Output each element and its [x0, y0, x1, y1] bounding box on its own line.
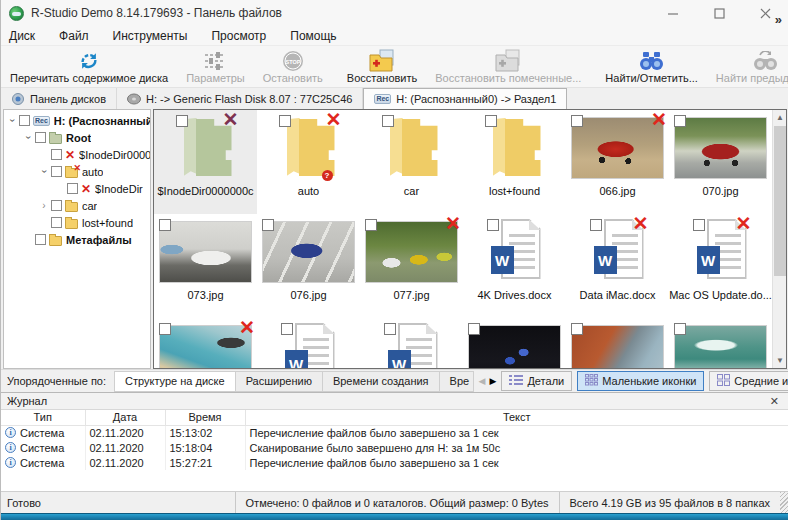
log-row-2[interactable]: iСистема02.11.202015:18:04Сканирование б…: [1, 440, 788, 455]
menu-item-5[interactable]: Помощь: [290, 27, 346, 45]
toolbar-button-binoculars-blue[interactable]: Найти/Отметить...: [596, 46, 706, 87]
file-item-1[interactable]: ✕$InodeDir0000000c: [154, 110, 257, 214]
tree-expand-icon[interactable]: ›: [7, 115, 18, 127]
file-checkbox[interactable]: [262, 219, 274, 231]
view-button-details[interactable]: Детали: [501, 371, 572, 391]
file-checkbox[interactable]: [487, 219, 499, 231]
tree-expand-icon[interactable]: ›: [39, 166, 50, 178]
scroll-up-arrow-icon[interactable]: ▲: [773, 110, 787, 125]
file-item-3[interactable]: car: [360, 110, 463, 214]
file-checkbox[interactable]: [159, 323, 171, 335]
file-checkbox[interactable]: [590, 219, 602, 231]
file-checkbox[interactable]: [693, 219, 705, 231]
file-checkbox[interactable]: [674, 115, 686, 127]
tree-checkbox[interactable]: [35, 132, 46, 143]
sort-tab-4[interactable]: Вре: [440, 371, 474, 392]
file-checkbox[interactable]: [281, 323, 293, 335]
tree-expand-icon[interactable]: ›: [38, 200, 50, 211]
tree-checkbox[interactable]: [51, 200, 62, 211]
file-checkbox[interactable]: [485, 115, 497, 127]
minimize-button[interactable]: [650, 0, 696, 26]
file-item-4[interactable]: lost+found: [463, 110, 566, 214]
file-item-5[interactable]: ✕066.jpg: [566, 110, 669, 214]
doc-tab-3[interactable]: RecH: (Распознанный0) -> Раздел1: [363, 88, 567, 109]
file-checkbox[interactable]: [159, 219, 171, 231]
file-item-14[interactable]: W: [257, 318, 360, 369]
recover-folder-icon: [369, 49, 395, 72]
resize-grip[interactable]: [780, 492, 788, 513]
file-item-7[interactable]: 073.jpg: [154, 214, 257, 318]
tree-checkbox[interactable]: [67, 183, 78, 194]
tree-item-1[interactable]: ›RecH: (Распознанный0): [4, 112, 150, 129]
file-checkbox[interactable]: [382, 115, 394, 127]
maximize-button[interactable]: [696, 0, 742, 26]
toolbar-overflow-chevron[interactable]: »: [775, 12, 782, 27]
tree-checkbox[interactable]: [35, 234, 46, 245]
sort-tab-3[interactable]: Времени создания: [323, 371, 440, 392]
file-checkbox[interactable]: [571, 323, 583, 335]
doc-tab-2[interactable]: H: -> Generic Flash Disk 8.07 : 77C25C46: [117, 88, 363, 109]
log-column-header-1[interactable]: Тип: [1, 410, 85, 425]
sort-tab-1[interactable]: Структуре на диске: [114, 371, 236, 392]
log-column-header-3[interactable]: Время: [165, 410, 245, 425]
file-item-11[interactable]: W✕Data iMac.docx: [566, 214, 669, 318]
file-item-2[interactable]: ✕?auto: [257, 110, 360, 214]
tab-scroll-left-icon[interactable]: ◀: [477, 376, 488, 386]
toolbar-button-binoculars-prev[interactable]: Найти предыдущее: [707, 46, 788, 87]
file-checkbox[interactable]: [365, 219, 377, 231]
log-close-icon[interactable]: ✕: [767, 395, 782, 408]
info-icon: i: [5, 427, 16, 438]
tree-item-6[interactable]: ›car: [4, 197, 150, 214]
file-item-15[interactable]: W: [360, 318, 463, 369]
toolbar-button-recover-marked[interactable]: Восстановить помеченные...: [426, 46, 590, 87]
view-button-medium-icons[interactable]: Средние иконки: [709, 371, 788, 391]
tab-scroll-right-icon[interactable]: ▶: [488, 376, 499, 386]
log-row-3[interactable]: iСистема02.11.202015:27:21Перечисление ф…: [1, 455, 788, 470]
tree-item-8[interactable]: Метафайлы: [4, 231, 150, 248]
file-item-12[interactable]: W✕Mac OS Update.do...: [669, 214, 772, 318]
file-item-9[interactable]: ✕077.jpg: [360, 214, 463, 318]
scrollbar-thumb[interactable]: [774, 126, 786, 276]
file-item-8[interactable]: 076.jpg: [257, 214, 360, 318]
info-icon: i: [5, 442, 16, 453]
file-item-18[interactable]: [669, 318, 772, 369]
menu-item-3[interactable]: Инструменты: [113, 27, 198, 45]
toolbar-button-settings-sliders[interactable]: Параметры: [177, 46, 254, 87]
file-checkbox[interactable]: [571, 115, 583, 127]
toolbar-button-stop[interactable]: STOPОстановить: [254, 46, 332, 87]
menu-item-4[interactable]: Просмотр: [211, 27, 276, 45]
tree-checkbox[interactable]: [51, 217, 62, 228]
tree-item-5[interactable]: ✕$InodeDir: [4, 180, 150, 197]
file-checkbox[interactable]: [384, 323, 396, 335]
sort-tab-2[interactable]: Расширению: [236, 371, 323, 392]
tree-checkbox[interactable]: [51, 149, 62, 160]
vertical-scrollbar[interactable]: ▲ ▼: [772, 110, 786, 368]
doc-tab-1[interactable]: Панель дисков: [1, 88, 117, 109]
tree-checkbox[interactable]: [19, 115, 30, 126]
tree-item-4[interactable]: ›✕auto: [4, 163, 150, 180]
log-column-header-4[interactable]: Текст: [245, 410, 788, 425]
file-item-10[interactable]: W4K Drives.docx: [463, 214, 566, 318]
menu-item-1[interactable]: Диск: [9, 27, 45, 45]
log-text-cell: Перечисление файлов было завершено за 1 …: [245, 455, 788, 470]
file-checkbox[interactable]: [176, 115, 188, 127]
tree-checkbox[interactable]: [51, 166, 62, 177]
toolbar-button-refresh[interactable]: Перечитать содержимое диска: [1, 46, 177, 87]
tree-expand-icon[interactable]: ›: [23, 132, 34, 144]
toolbar-button-recover-folder[interactable]: Восстановить: [338, 46, 426, 87]
file-item-6[interactable]: 070.jpg: [669, 110, 772, 214]
file-checkbox[interactable]: [468, 323, 480, 335]
file-item-17[interactable]: [566, 318, 669, 369]
tree-item-7[interactable]: lost+found: [4, 214, 150, 231]
file-checkbox[interactable]: [674, 323, 686, 335]
file-item-13[interactable]: ✕: [154, 318, 257, 369]
scroll-down-arrow-icon[interactable]: ▼: [773, 353, 787, 368]
tree-item-2[interactable]: ›Root: [4, 129, 150, 146]
tree-item-3[interactable]: ✕$InodeDir0000: [4, 146, 150, 163]
menu-item-2[interactable]: Файл: [59, 27, 99, 45]
file-item-16[interactable]: [463, 318, 566, 369]
file-checkbox[interactable]: [279, 115, 291, 127]
view-button-small-icons[interactable]: Маленькие иконки: [577, 371, 704, 391]
log-column-header-2[interactable]: Дата: [85, 410, 165, 425]
log-row-1[interactable]: iСистема02.11.202015:13:02Перечисление ф…: [1, 425, 788, 440]
